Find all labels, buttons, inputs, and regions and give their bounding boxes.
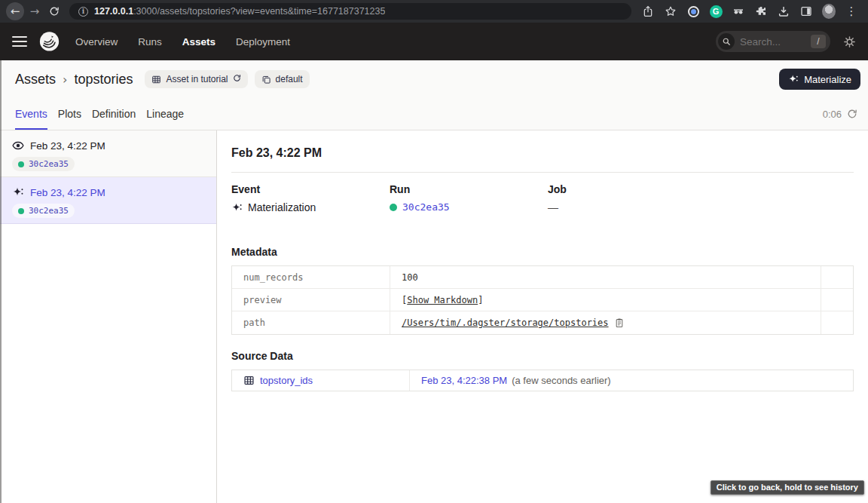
event-type-value: Materialization (248, 201, 316, 213)
nav-links: Overview Runs Assets Deployment (75, 36, 290, 48)
path-link[interactable]: /Users/tim/.dagster/storage/topstories (402, 317, 609, 328)
share-icon[interactable] (641, 5, 655, 18)
source-asset-cell: topstory_ids (232, 370, 410, 391)
run-id: 30c2ea35 (29, 159, 69, 169)
event-timestamp: Feb 23, 4:22 PM (30, 187, 105, 198)
run-id-link[interactable]: 30c2ea35 (402, 201, 450, 213)
refresh-countdown: 0:06 (823, 109, 842, 120)
job-column: Job — (548, 183, 854, 213)
global-search[interactable]: / (716, 31, 830, 52)
source-data-table: topstory_ids Feb 23, 4:22:38 PM (a few s… (231, 370, 854, 391)
metadata-actions-cell (821, 289, 853, 311)
copy-path-clipboard-icon[interactable] (614, 317, 625, 328)
extension-grammarly-icon[interactable]: G (709, 5, 723, 18)
app-navbar: Overview Runs Assets Deployment / (0, 23, 868, 60)
downloads-icon[interactable] (777, 5, 790, 18)
browser-address-bar[interactable]: i 127.0.0.1:3000/assets/topstories?view=… (69, 3, 631, 20)
run-status-dot (18, 208, 24, 214)
divider (231, 172, 854, 173)
group-badge[interactable]: default (255, 70, 310, 88)
back-button-tooltip: Click to go back, hold to see history (711, 480, 864, 495)
source-timestamp-link[interactable]: Feb 23, 4:22:38 PM (421, 375, 507, 386)
asset-tabs: Events Plots Definition Lineage 0:06 (0, 98, 868, 130)
run-column: Run 30c2ea35 (390, 183, 548, 213)
table-icon (243, 375, 255, 386)
tab-definition[interactable]: Definition (92, 98, 136, 130)
materialize-button[interactable]: Materialize (779, 69, 860, 90)
browser-back-button[interactable]: ← (6, 2, 24, 20)
metadata-actions-cell (821, 266, 853, 288)
browser-toolbar: ← → i 127.0.0.1:3000/assets/topstories?v… (0, 0, 868, 23)
job-value: — (548, 201, 558, 213)
tab-events[interactable]: Events (15, 98, 47, 130)
bookmark-star-icon[interactable] (664, 5, 677, 18)
reload-location-icon[interactable] (233, 74, 241, 84)
metadata-key: num_records (232, 266, 390, 288)
asset-name-title: topstories (74, 72, 133, 87)
profile-avatar[interactable] (822, 5, 836, 18)
browser-forward-button[interactable]: → (26, 2, 44, 20)
asset-badges: Asset in tutorial default (145, 70, 309, 88)
event-info-grid: Event Materialization Run 30c2ea35 Job — (231, 183, 854, 213)
refresh-icon[interactable] (847, 109, 857, 119)
search-input[interactable] (740, 36, 805, 48)
dagster-logo-icon[interactable] (38, 31, 60, 53)
site-info-icon[interactable]: i (78, 7, 88, 17)
run-tag[interactable]: 30c2ea35 (12, 157, 75, 171)
settings-gear-icon[interactable] (843, 35, 856, 48)
show-markdown-link[interactable]: Show Markdown (407, 295, 478, 305)
copy-icon (261, 75, 271, 84)
url-host: 127.0.0.1 (94, 6, 133, 17)
event-column: Event Materialization (231, 183, 390, 213)
breadcrumb-separator: › (63, 72, 67, 87)
extension-record-icon[interactable] (686, 5, 700, 18)
run-tag[interactable]: 30c2ea35 (12, 204, 75, 218)
url-path: :3000/assets/topstories?view=events&time… (133, 6, 385, 17)
event-list-item-materialization[interactable]: Feb 23, 4:22 PM 30c2ea35 (0, 177, 216, 224)
browser-menu-icon[interactable]: ⋮ (845, 5, 858, 18)
code-location-label: Asset in tutorial (166, 74, 228, 84)
refresh-status: 0:06 (823, 98, 857, 130)
source-data-heading: Source Data (231, 350, 854, 363)
table-row: preview [Show Markdown] (232, 289, 853, 311)
materialize-label: Materialize (804, 74, 851, 85)
run-status-dot (390, 204, 397, 211)
event-list-sidebar: Feb 23, 4:22 PM 30c2ea35 Feb 23, 4:22 PM… (0, 130, 217, 503)
nav-item-runs[interactable]: Runs (138, 36, 162, 48)
event-detail-title: Feb 23, 4:22 PM (231, 146, 854, 161)
extensions-puzzle-icon[interactable] (754, 5, 768, 18)
bracket-open: [ (402, 295, 407, 305)
nav-item-assets[interactable]: Assets (182, 36, 215, 48)
nav-item-deployment[interactable]: Deployment (236, 36, 290, 48)
event-list-item-observation[interactable]: Feb 23, 4:22 PM 30c2ea35 (0, 130, 216, 177)
metadata-value: 100 (402, 272, 418, 283)
job-column-label: Job (548, 183, 854, 196)
source-time-cell: Feb 23, 4:22:38 PM (a few seconds earlie… (410, 370, 853, 391)
window-edge (0, 60, 2, 503)
code-location-badge[interactable]: Asset in tutorial (145, 70, 247, 88)
observation-eye-icon (12, 140, 24, 152)
breadcrumb-assets-link[interactable]: Assets (15, 72, 56, 87)
metadata-actions-cell (821, 311, 853, 334)
url-text: 127.0.0.1:3000/assets/topstories?view=ev… (94, 6, 385, 17)
group-label: default (276, 74, 303, 84)
source-relative-time: (a few seconds earlier) (512, 375, 611, 386)
search-shortcut-key: / (811, 35, 826, 48)
hamburger-menu-icon[interactable] (12, 36, 27, 47)
side-panel-icon[interactable] (799, 5, 813, 18)
search-icon (718, 33, 735, 50)
nav-item-overview[interactable]: Overview (75, 36, 118, 48)
tab-lineage[interactable]: Lineage (146, 98, 184, 130)
metadata-table: num_records 100 preview [Show Markdown] … (231, 265, 854, 335)
table-row: path /Users/tim/.dagster/storage/topstor… (232, 311, 853, 334)
source-asset-link[interactable]: topstory_ids (260, 375, 313, 386)
browser-reload-button[interactable] (45, 2, 63, 20)
tab-plots[interactable]: Plots (58, 98, 81, 130)
event-column-label: Event (231, 183, 390, 196)
table-icon (151, 75, 161, 84)
event-timestamp: Feb 23, 4:22 PM (30, 140, 105, 152)
sparkle-icon (788, 74, 799, 84)
screen: ← → i 127.0.0.1:3000/assets/topstories?v… (0, 0, 868, 503)
run-id: 30c2ea35 (29, 206, 69, 216)
extension-incognito-icon[interactable] (732, 5, 745, 18)
